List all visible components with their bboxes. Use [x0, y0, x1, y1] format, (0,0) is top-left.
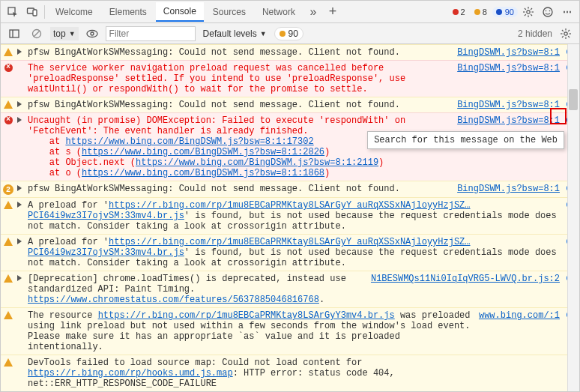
issues-count: 90 — [289, 28, 298, 39]
log-row-warning: 2 pfsw BingAtWorkSWMessaging: Could not … — [1, 181, 579, 197]
log-row-warning: The resource https://r.bing.com/rp/1mu8E… — [1, 307, 579, 355]
issues-pill[interactable]: 90 — [274, 27, 303, 40]
tab-console[interactable]: Console — [156, 2, 204, 22]
expand-icon[interactable] — [17, 275, 22, 281]
separator — [44, 5, 45, 19]
log-row-warning: A preload for 'https://r.bing.com/rp/1mu… — [1, 234, 579, 271]
svg-rect-17 — [10, 30, 19, 37]
repeat-count-badge: 2 — [3, 184, 13, 195]
hidden-count[interactable]: 2 hidden — [518, 28, 552, 39]
source-link[interactable]: www.bing.com/:1 — [479, 310, 560, 321]
log-row-warning: A preload for 'https://r.bing.com/rp/1mu… — [1, 197, 579, 234]
log-row-warning: DevTools failed to load source map: Coul… — [1, 355, 579, 391]
expand-icon[interactable] — [17, 117, 22, 123]
warning-icon — [4, 358, 13, 367]
error-count-badge[interactable]: 2 — [449, 7, 469, 17]
stack-link[interactable]: https://www.bing.com/BingDSWM.js?bsw=8:1… — [82, 168, 324, 178]
source-link[interactable]: BingDSWM.js?bsw=8:1 — [457, 184, 560, 194]
more-tabs-icon[interactable]: » — [304, 3, 322, 21]
context-label: top — [53, 28, 66, 39]
console-toolbar: top ▼ Default levels ▼ 90 2 hidden — [1, 23, 579, 44]
log-message: pfsw BingAtWorkSWMessaging: Could not se… — [28, 47, 454, 58]
tab-welcome[interactable]: Welcome — [48, 3, 100, 21]
log-row-error: The service worker navigation preload re… — [1, 60, 579, 97]
scroll-thumb[interactable] — [569, 89, 578, 110]
error-count: 2 — [461, 7, 465, 16]
error-icon — [4, 64, 13, 72]
log-message: [Deprecation] chrome.loadTimes() is depr… — [28, 274, 368, 305]
svg-point-21 — [87, 30, 97, 37]
svg-point-22 — [91, 32, 94, 35]
svg-point-15 — [546, 10, 547, 11]
svg-rect-13 — [33, 10, 37, 16]
source-link[interactable]: BingDSWM.js?bsw=8:1 — [457, 63, 560, 73]
info-count-badge[interactable]: 90 — [492, 7, 518, 17]
log-level-label: Default levels — [203, 28, 257, 39]
live-expression-icon[interactable] — [83, 25, 101, 43]
tab-elements[interactable]: Elements — [102, 3, 154, 21]
source-link[interactable]: BingDSWM.js?bsw=8:1 — [457, 115, 560, 126]
feedback-icon[interactable] — [539, 3, 557, 21]
stack-link[interactable]: https://www.bing.com/BingDSWM.js?bsw=8:1… — [136, 157, 378, 168]
warning-icon — [4, 100, 13, 109]
log-message: The resource https://r.bing.com/rp/1mu8E… — [28, 310, 476, 352]
tab-sources[interactable]: Sources — [205, 3, 253, 21]
svg-point-16 — [549, 10, 551, 11]
scrollbar[interactable] — [567, 44, 579, 392]
filter-input[interactable] — [106, 26, 196, 41]
log-row-warning: pfsw BingAtWorkSWMessaging: Could not se… — [1, 97, 579, 112]
clear-console-icon[interactable] — [28, 25, 46, 43]
url-link[interactable]: https://www.chromestatus.com/features/56… — [28, 295, 319, 305]
source-link[interactable]: BingDSWM.js?bsw=8:1 — [457, 47, 560, 58]
url-link[interactable]: https://r.bing.com/rp/hooks.umd.js.map — [28, 368, 233, 379]
warning-icon — [4, 238, 13, 246]
log-level-selector[interactable]: Default levels ▼ — [200, 28, 270, 39]
warning-icon — [4, 311, 13, 319]
warning-icon — [4, 274, 13, 283]
source-link[interactable]: N1BESWMQs11Ni0IqIqVRG5-LWVQ.br.js:2 — [371, 274, 560, 284]
more-icon[interactable]: ⋯ — [558, 3, 576, 21]
expand-icon[interactable] — [17, 49, 22, 55]
inspect-icon[interactable] — [4, 3, 22, 21]
context-selector[interactable]: top ▼ — [50, 27, 79, 40]
add-tab-icon[interactable]: + — [324, 3, 342, 21]
info-count: 90 — [505, 7, 514, 16]
device-icon[interactable] — [23, 3, 41, 21]
warn-count-badge[interactable]: 8 — [471, 7, 491, 17]
expand-icon[interactable] — [17, 101, 22, 107]
url-link[interactable]: https://r.bing.com/rp/1mu8EBCaPRMKtay8LS… — [98, 310, 395, 321]
log-message: pfsw BingAtWorkSWMessaging: Could not se… — [28, 100, 454, 110]
svg-line-20 — [34, 31, 40, 37]
error-icon — [4, 116, 13, 124]
log-row-warning: [Deprecation] chrome.loadTimes() is depr… — [1, 271, 579, 307]
svg-point-14 — [543, 7, 552, 16]
log-message: A preload for 'https://r.bing.com/rp/1mu… — [28, 237, 561, 268]
error-text: Uncaught (in promise) DOMException: Fail… — [28, 115, 405, 136]
search-tooltip: Search for this message on the Web — [367, 131, 564, 149]
console-settings-icon[interactable] — [557, 25, 575, 43]
devtools-tabbar: Welcome Elements Console Sources Network… — [1, 1, 579, 23]
log-message: A preload for 'https://r.bing.com/rp/1mu… — [28, 200, 561, 232]
warning-icon — [4, 201, 13, 209]
log-message: DevTools failed to load source map: Coul… — [28, 358, 576, 389]
warning-icon — [4, 48, 13, 56]
console-output: pfsw BingAtWorkSWMessaging: Could not se… — [1, 44, 579, 392]
log-message: The service worker navigation preload re… — [28, 63, 454, 94]
expand-icon[interactable] — [17, 202, 22, 208]
tab-network[interactable]: Network — [255, 3, 303, 21]
sidebar-toggle-icon[interactable] — [5, 25, 23, 43]
stack-link[interactable]: https://www.bing.com/BingDSWM.js?bsw=8:1… — [82, 147, 324, 157]
log-row-warning: pfsw BingAtWorkSWMessaging: Could not se… — [1, 44, 579, 60]
source-link[interactable]: BingDSWM.js?bsw=8:1 — [457, 100, 560, 110]
expand-icon[interactable] — [17, 238, 22, 244]
stack-link[interactable]: https://www.bing.com/BingDSWM.js?bsw=8:1… — [65, 136, 313, 147]
log-message: pfsw BingAtWorkSWMessaging: Could not se… — [28, 184, 454, 194]
settings-icon[interactable] — [519, 3, 537, 21]
expand-icon[interactable] — [17, 185, 22, 191]
warn-count: 8 — [483, 7, 487, 16]
